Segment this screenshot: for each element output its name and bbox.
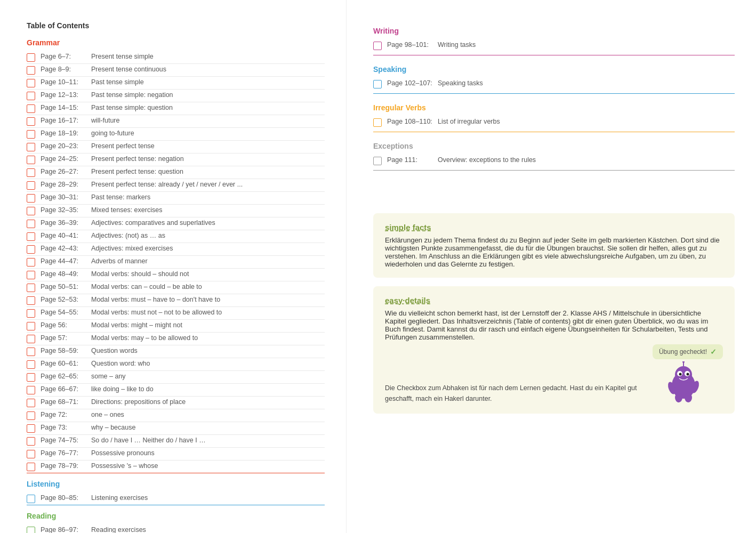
checkbox[interactable] — [27, 437, 35, 446]
checkbox[interactable] — [27, 309, 35, 318]
checkbox[interactable] — [27, 92, 35, 100]
checkbox[interactable] — [27, 463, 35, 471]
checkbox[interactable] — [27, 424, 35, 433]
table-row: Page 28–29:Present perfect tense: alread… — [27, 179, 325, 192]
simple-facts-box: simple facts Erklärungen zu jedem Thema … — [373, 213, 735, 278]
table-row: Page 14–15:Past tense simple: question — [27, 102, 325, 115]
topic-text: Adjectives: (not) as … as — [91, 232, 325, 239]
topic-text: Speaking tasks — [438, 79, 735, 87]
topic-text: Modal verbs: may – to be allowed to — [91, 334, 325, 342]
page-number: Page 14–15: — [41, 104, 91, 111]
checkbox[interactable] — [27, 284, 35, 292]
topic-text: Present tense simple — [91, 53, 325, 60]
topic-text: Present perfect tense — [91, 142, 325, 150]
checkbox[interactable] — [27, 348, 35, 356]
checkbox[interactable] — [27, 360, 35, 369]
table-row: Page 76–77:Possessive pronouns — [27, 448, 325, 461]
checkbox[interactable] — [27, 143, 35, 151]
checkbox[interactable] — [27, 117, 35, 126]
topic-text: Possessive pronouns — [91, 449, 325, 457]
table-row: Page 58–59:Question words — [27, 345, 325, 358]
checkbox[interactable] — [27, 258, 35, 266]
checkbox[interactable] — [373, 118, 382, 127]
checkbox[interactable] — [373, 157, 382, 165]
checkbox[interactable] — [27, 411, 35, 420]
checkbox[interactable] — [27, 156, 35, 164]
checkbox[interactable] — [27, 322, 35, 330]
topic-text: Present perfect tense: already / yet / n… — [91, 181, 325, 188]
svg-point-9 — [685, 393, 692, 402]
table-row: Page 56:Modal verbs: might – might not — [27, 320, 325, 333]
table-row: Page 16–17:will-future — [27, 115, 325, 128]
checkbox[interactable] — [373, 42, 382, 50]
table-row: Page 48–49:Modal verbs: should – should … — [27, 269, 325, 281]
checkbox[interactable] — [27, 207, 35, 215]
page-number: Page 30–31: — [41, 193, 91, 201]
irregular-section-title: Irregular Verbs — [373, 103, 735, 112]
ubung-badge: Übung gecheckt! ✓ — [653, 344, 723, 359]
checkbox[interactable] — [27, 399, 35, 407]
page-number: Page 52–53: — [41, 296, 91, 303]
page-number: Page 18–19: — [41, 130, 91, 137]
page-number: Page 60–61: — [41, 360, 91, 367]
checkbox[interactable] — [27, 232, 35, 241]
checkbox[interactable] — [27, 168, 35, 177]
ubung-text: Die Checkbox zum Abhaken ist für nach de… — [385, 383, 644, 404]
checkbox[interactable] — [27, 296, 35, 305]
checkbox[interactable] — [27, 527, 35, 533]
checkbox[interactable] — [27, 373, 35, 382]
checkbox[interactable] — [27, 66, 35, 75]
simple-facts-text: Erklärungen zu jedem Thema findest du zu… — [385, 236, 723, 268]
checkbox[interactable] — [27, 245, 35, 254]
table-row: Page 66–67:like doing – like to do — [27, 384, 325, 397]
writing-section: Writing Page 98–101:Writing tasks — [373, 27, 735, 55]
checkbox[interactable] — [27, 271, 35, 279]
table-row: Page 44–47:Adverbs of manner — [27, 256, 325, 269]
exceptions-section: Exceptions Page 111:Overview: exceptions… — [373, 142, 735, 171]
listening-section-title: Listening — [27, 480, 325, 488]
checkbox[interactable] — [27, 104, 35, 113]
topic-text: Adverbs of manner — [91, 257, 325, 265]
checkbox[interactable] — [27, 450, 35, 458]
topic-text: Mixed tenses: exercises — [91, 206, 325, 214]
page-number: Page 48–49: — [41, 270, 91, 278]
page-number: Page 76–77: — [41, 449, 91, 457]
topic-text: will-future — [91, 117, 325, 124]
page-number: Page 56: — [41, 321, 91, 329]
page-number: Page 66–67: — [41, 385, 91, 393]
checkbox[interactable] — [27, 181, 35, 190]
exceptions-rows-container: Page 111:Overview: exceptions to the rul… — [373, 155, 735, 167]
page-number: Page 74–75: — [41, 437, 91, 444]
checkbox[interactable] — [27, 220, 35, 228]
checkbox[interactable] — [27, 386, 35, 394]
table-row: Page 111:Overview: exceptions to the rul… — [373, 155, 735, 167]
topic-text: Overview: exceptions to the rules — [438, 156, 735, 164]
checkbox[interactable] — [27, 130, 35, 139]
checkbox[interactable] — [373, 80, 382, 88]
irregular-section: Irregular Verbs Page 108–110:List of irr… — [373, 103, 735, 132]
simple-facts-title: simple facts — [385, 223, 723, 232]
table-row: Page 54–55:Modal verbs: must not – not t… — [27, 307, 325, 320]
page-number: Page 6–7: — [41, 53, 91, 60]
page-number: Page 68–71: — [41, 398, 91, 406]
page-number: Page 50–51: — [41, 283, 91, 290]
irregular-rows-container: Page 108–110:List of irregular verbs — [373, 116, 735, 128]
topic-text: Possessive 's – whose — [91, 462, 325, 470]
checkbox[interactable] — [27, 79, 35, 87]
page-number: Page 111: — [387, 156, 438, 164]
checkbox[interactable] — [27, 53, 35, 62]
checkbox[interactable] — [27, 495, 35, 503]
topic-text: like doing – like to do — [91, 385, 325, 393]
topic-text: why – because — [91, 424, 325, 431]
topic-text: So do / have I … Neither do / have I … — [91, 437, 325, 444]
listening-rows-container: Page 80–85:Listening exercises — [27, 492, 325, 505]
table-row: Page 98–101:Writing tasks — [373, 39, 735, 52]
checkbox[interactable] — [27, 335, 35, 343]
checkbox[interactable] — [27, 194, 35, 203]
table-row: Page 36–39:Adjectives: comparatives and … — [27, 217, 325, 230]
topic-text: Past tense simple: negation — [91, 91, 325, 99]
topic-text: Modal verbs: might – might not — [91, 321, 325, 329]
topic-text: Past tense simple — [91, 78, 325, 86]
table-row: Page 26–27:Present perfect tense: questi… — [27, 166, 325, 179]
grammar-section: Grammar Page 6–7:Present tense simplePag… — [27, 38, 325, 473]
